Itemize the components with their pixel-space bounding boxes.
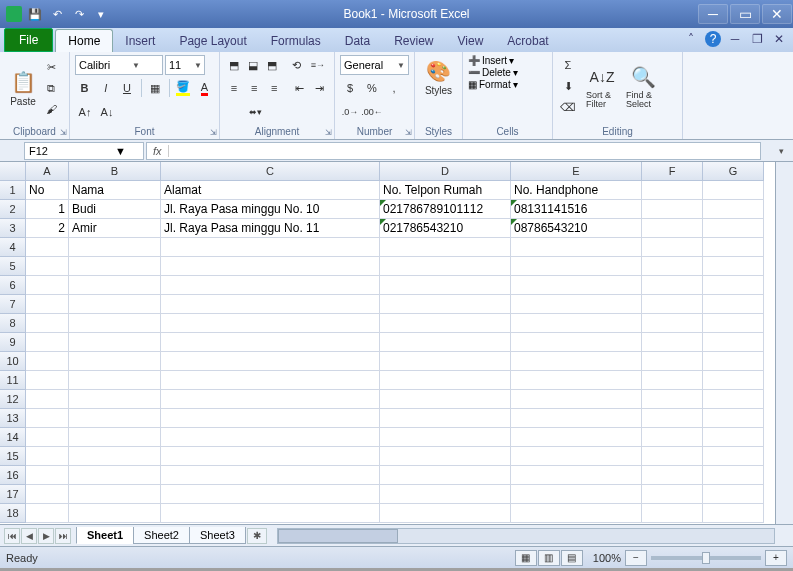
percent-button[interactable]: % bbox=[362, 78, 382, 98]
row-header-8[interactable]: 8 bbox=[0, 314, 26, 333]
cell-D16[interactable] bbox=[380, 466, 511, 485]
cell-D11[interactable] bbox=[380, 371, 511, 390]
fill-color-button[interactable]: 🪣 bbox=[174, 78, 193, 98]
merge-center-button[interactable]: ⬌▾ bbox=[225, 102, 285, 122]
paste-button[interactable]: 📋 Paste bbox=[5, 55, 41, 119]
column-header-A[interactable]: A bbox=[26, 162, 69, 181]
cell-D17[interactable] bbox=[380, 485, 511, 504]
cell-F6[interactable] bbox=[642, 276, 703, 295]
cell-D1[interactable]: No. Telpon Rumah bbox=[380, 181, 511, 200]
page-layout-tab[interactable]: Page Layout bbox=[167, 30, 258, 52]
cell-F1[interactable] bbox=[642, 181, 703, 200]
cell-B15[interactable] bbox=[69, 447, 161, 466]
border-button[interactable]: ▦ bbox=[146, 78, 165, 98]
cell-G12[interactable] bbox=[703, 390, 764, 409]
styles-button[interactable]: 🎨 Styles bbox=[420, 55, 457, 98]
cell-E6[interactable] bbox=[511, 276, 642, 295]
zoom-in-icon[interactable]: + bbox=[765, 550, 787, 566]
cell-F10[interactable] bbox=[642, 352, 703, 371]
zoom-out-icon[interactable]: − bbox=[625, 550, 647, 566]
cell-C1[interactable]: Alamat bbox=[161, 181, 380, 200]
chevron-down-icon[interactable]: ▼ bbox=[394, 61, 405, 70]
underline-button[interactable]: U bbox=[117, 78, 136, 98]
cell-F7[interactable] bbox=[642, 295, 703, 314]
formula-input[interactable] bbox=[169, 145, 760, 157]
cell-B9[interactable] bbox=[69, 333, 161, 352]
cell-D7[interactable] bbox=[380, 295, 511, 314]
cell-A18[interactable] bbox=[26, 504, 69, 523]
horizontal-scrollbar[interactable] bbox=[277, 528, 775, 544]
cell-F13[interactable] bbox=[642, 409, 703, 428]
cell-E17[interactable] bbox=[511, 485, 642, 504]
shrink-font-icon[interactable]: A↓ bbox=[97, 102, 117, 122]
cell-B6[interactable] bbox=[69, 276, 161, 295]
cell-A11[interactable] bbox=[26, 371, 69, 390]
review-tab[interactable]: Review bbox=[382, 30, 445, 52]
cell-G10[interactable] bbox=[703, 352, 764, 371]
cell-G18[interactable] bbox=[703, 504, 764, 523]
undo-icon[interactable]: ↶ bbox=[48, 5, 66, 23]
row-header-11[interactable]: 11 bbox=[0, 371, 26, 390]
cell-F3[interactable] bbox=[642, 219, 703, 238]
cell-G11[interactable] bbox=[703, 371, 764, 390]
format-painter-icon[interactable]: 🖌 bbox=[41, 99, 61, 119]
cell-C7[interactable] bbox=[161, 295, 380, 314]
cell-C14[interactable] bbox=[161, 428, 380, 447]
acrobat-tab[interactable]: Acrobat bbox=[495, 30, 560, 52]
align-middle-icon[interactable]: ⬓ bbox=[244, 55, 261, 75]
cell-D14[interactable] bbox=[380, 428, 511, 447]
sheet-nav-first-icon[interactable]: ⏮ bbox=[4, 528, 20, 544]
cell-D9[interactable] bbox=[380, 333, 511, 352]
number-format-combo[interactable]: General▼ bbox=[340, 55, 409, 75]
formulas-tab[interactable]: Formulas bbox=[259, 30, 333, 52]
cell-C10[interactable] bbox=[161, 352, 380, 371]
redo-icon[interactable]: ↷ bbox=[70, 5, 88, 23]
cell-E12[interactable] bbox=[511, 390, 642, 409]
column-header-G[interactable]: G bbox=[703, 162, 764, 181]
increase-indent-icon[interactable]: ⇥ bbox=[311, 78, 329, 98]
cell-F2[interactable] bbox=[642, 200, 703, 219]
cell-A12[interactable] bbox=[26, 390, 69, 409]
column-header-B[interactable]: B bbox=[69, 162, 161, 181]
file-tab[interactable]: File bbox=[4, 28, 53, 52]
normal-view-icon[interactable]: ▦ bbox=[515, 550, 537, 566]
copy-icon[interactable]: ⧉ bbox=[41, 78, 61, 98]
cell-B2[interactable]: Budi bbox=[69, 200, 161, 219]
help-icon[interactable]: ? bbox=[705, 31, 721, 47]
column-header-D[interactable]: D bbox=[380, 162, 511, 181]
cell-E9[interactable] bbox=[511, 333, 642, 352]
decrease-indent-icon[interactable]: ⇤ bbox=[291, 78, 309, 98]
cell-C5[interactable] bbox=[161, 257, 380, 276]
cell-F17[interactable] bbox=[642, 485, 703, 504]
cell-G2[interactable] bbox=[703, 200, 764, 219]
grow-font-icon[interactable]: A↑ bbox=[75, 102, 95, 122]
cell-D18[interactable] bbox=[380, 504, 511, 523]
cell-B14[interactable] bbox=[69, 428, 161, 447]
align-right-icon[interactable]: ≡ bbox=[265, 78, 283, 98]
cell-E3[interactable]: 08786543210 bbox=[511, 219, 642, 238]
select-all-corner[interactable] bbox=[0, 162, 26, 181]
cell-E11[interactable] bbox=[511, 371, 642, 390]
cell-G4[interactable] bbox=[703, 238, 764, 257]
cell-D8[interactable] bbox=[380, 314, 511, 333]
cell-A5[interactable] bbox=[26, 257, 69, 276]
cell-C9[interactable] bbox=[161, 333, 380, 352]
cell-D3[interactable]: 021786543210 bbox=[380, 219, 511, 238]
cell-E5[interactable] bbox=[511, 257, 642, 276]
row-header-4[interactable]: 4 bbox=[0, 238, 26, 257]
cell-E13[interactable] bbox=[511, 409, 642, 428]
format-cells-button[interactable]: ▦Format ▾ bbox=[468, 79, 547, 90]
cell-C16[interactable] bbox=[161, 466, 380, 485]
maximize-button[interactable]: ▭ bbox=[730, 4, 760, 24]
cell-E10[interactable] bbox=[511, 352, 642, 371]
cell-B5[interactable] bbox=[69, 257, 161, 276]
font-size-combo[interactable]: ▼ bbox=[165, 55, 205, 75]
cell-G8[interactable] bbox=[703, 314, 764, 333]
cell-G16[interactable] bbox=[703, 466, 764, 485]
cell-E4[interactable] bbox=[511, 238, 642, 257]
zoom-slider[interactable] bbox=[651, 556, 761, 560]
cell-A1[interactable]: No bbox=[26, 181, 69, 200]
cell-B1[interactable]: Nama bbox=[69, 181, 161, 200]
bold-button[interactable]: B bbox=[75, 78, 94, 98]
row-header-14[interactable]: 14 bbox=[0, 428, 26, 447]
